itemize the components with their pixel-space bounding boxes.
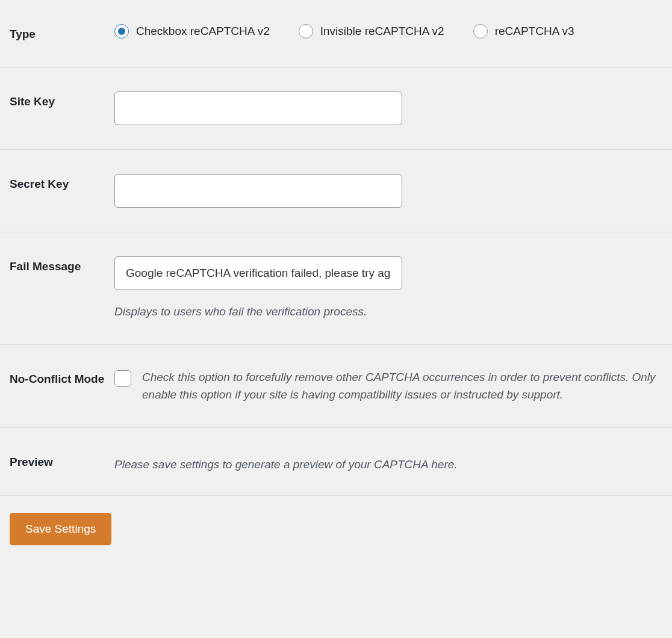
settings-form: Type Checkbox reCAPTCHA v2 Invisible reC…	[0, 0, 672, 562]
row-type: Type Checkbox reCAPTCHA v2 Invisible reC…	[0, 0, 672, 67]
fail-message-description: Displays to users who fail the verificat…	[114, 303, 672, 321]
type-radio-group: Checkbox reCAPTCHA v2 Invisible reCAPTCH…	[114, 24, 672, 39]
radio-invisible-v2[interactable]: Invisible reCAPTCHA v2	[299, 24, 444, 39]
fail-message-input[interactable]	[114, 256, 402, 290]
label-no-conflict: No-Conflict Mode	[10, 369, 114, 388]
submit-area: Save Settings	[0, 496, 672, 562]
radio-indicator-icon	[299, 24, 313, 39]
row-fail-message: Fail Message Displays to users who fail …	[0, 232, 672, 345]
row-preview: Preview Please save settings to generate…	[0, 428, 672, 496]
label-type: Type	[10, 24, 114, 43]
label-site-key: Site Key	[10, 91, 114, 110]
row-site-key: Site Key	[0, 67, 672, 150]
no-conflict-checkbox[interactable]	[114, 370, 131, 387]
secret-key-input[interactable]	[114, 174, 402, 208]
preview-text: Please save settings to generate a previ…	[114, 452, 672, 471]
radio-v3[interactable]: reCAPTCHA v3	[473, 24, 574, 39]
radio-checkbox-v2[interactable]: Checkbox reCAPTCHA v2	[114, 24, 270, 39]
radio-indicator-icon	[473, 24, 488, 39]
radio-indicator-icon	[114, 24, 129, 39]
site-key-input[interactable]	[114, 91, 402, 125]
label-secret-key: Secret Key	[10, 174, 114, 193]
row-no-conflict: No-Conflict Mode Check this option to fo…	[0, 345, 672, 428]
no-conflict-description: Check this option to forcefully remove o…	[142, 369, 672, 403]
radio-label: Invisible reCAPTCHA v2	[320, 25, 444, 38]
radio-label: reCAPTCHA v3	[495, 25, 574, 38]
radio-label: Checkbox reCAPTCHA v2	[136, 25, 270, 38]
label-preview: Preview	[10, 452, 114, 471]
row-secret-key: Secret Key	[0, 150, 672, 232]
label-fail-message: Fail Message	[10, 256, 114, 275]
save-settings-button[interactable]: Save Settings	[10, 513, 111, 545]
